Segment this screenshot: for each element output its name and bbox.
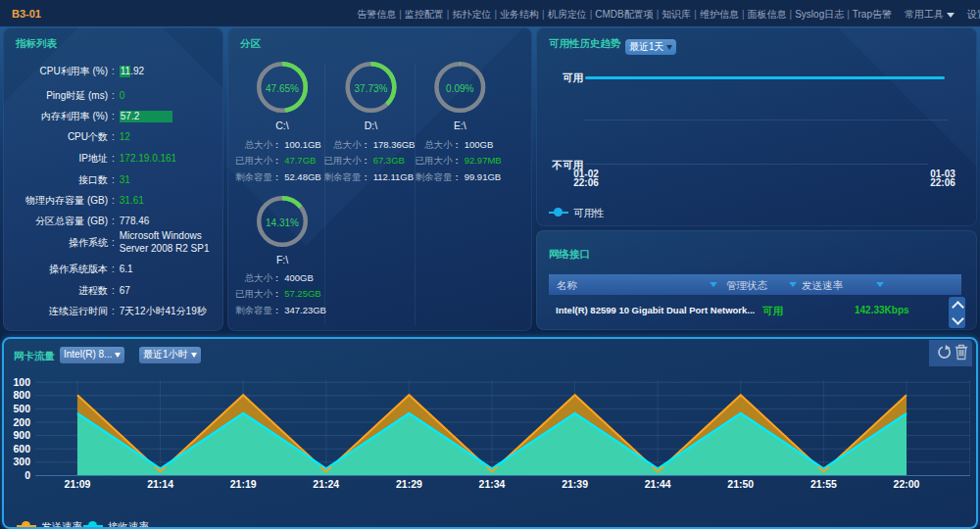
svg-text:21:55: 21:55 xyxy=(810,478,837,490)
svg-text:21:19: 21:19 xyxy=(230,478,257,490)
svg-text:21:09: 21:09 xyxy=(65,478,91,490)
svg-text:22:00: 22:00 xyxy=(894,478,920,490)
svg-text:21:14: 21:14 xyxy=(147,478,173,490)
svg-text:600: 600 xyxy=(13,443,30,455)
svg-text:200: 200 xyxy=(13,416,30,428)
svg-text:21:50: 21:50 xyxy=(727,478,754,490)
svg-text:900: 900 xyxy=(13,429,30,441)
svg-text:21:29: 21:29 xyxy=(396,478,422,490)
svg-text:21:24: 21:24 xyxy=(313,478,339,490)
svg-text:21:34: 21:34 xyxy=(479,478,506,490)
svg-text:21:39: 21:39 xyxy=(562,478,588,490)
svg-text:500: 500 xyxy=(13,403,30,414)
svg-text:800: 800 xyxy=(13,389,30,401)
svg-text:300: 300 xyxy=(13,456,30,467)
svg-text:21:44: 21:44 xyxy=(645,478,671,490)
svg-text:100: 100 xyxy=(13,376,30,388)
svg-text:0: 0 xyxy=(24,469,30,481)
